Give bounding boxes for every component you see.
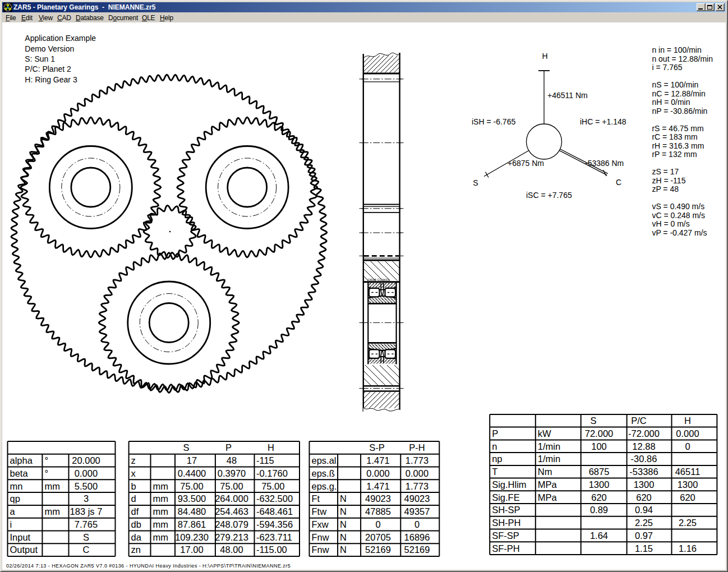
svg-text:0.4400: 0.4400 bbox=[178, 468, 206, 478]
svg-text:da: da bbox=[131, 532, 142, 542]
svg-text:02/26/2014 7:13 - HEXAGON ZA: 02/26/2014 7:13 - HEXAGON ZAR5 V7.0 #013… bbox=[6, 563, 291, 569]
svg-text:df: df bbox=[131, 506, 139, 516]
svg-text:1/min: 1/min bbox=[538, 441, 560, 451]
svg-text:alpha: alpha bbox=[10, 455, 33, 465]
svg-text:S: Sun 1: S: Sun 1 bbox=[25, 54, 55, 63]
svg-text:P-H: P-H bbox=[409, 442, 425, 453]
svg-text:n out = 12.88/min: n out = 12.88/min bbox=[652, 54, 713, 63]
svg-text:183 js 7: 183 js 7 bbox=[70, 506, 103, 516]
svg-text:beta: beta bbox=[10, 468, 29, 478]
svg-text:N: N bbox=[340, 506, 347, 516]
svg-text:Fnw: Fnw bbox=[312, 532, 329, 542]
svg-text:eps.g.: eps.g. bbox=[312, 481, 337, 491]
svg-text:2.25: 2.25 bbox=[679, 518, 697, 528]
svg-text:MPa: MPa bbox=[538, 479, 557, 490]
svg-text:S: S bbox=[590, 416, 596, 426]
svg-text:52169: 52169 bbox=[365, 545, 391, 555]
svg-text:-594.356: -594.356 bbox=[256, 519, 293, 529]
svg-text:0.000: 0.000 bbox=[366, 468, 389, 478]
svg-text:zH = -115: zH = -115 bbox=[652, 176, 685, 185]
svg-text:zn: zn bbox=[131, 545, 141, 555]
svg-text:nP = -30.86/min: nP = -30.86/min bbox=[652, 107, 707, 116]
svg-text:zP = 48: zP = 48 bbox=[652, 184, 679, 193]
svg-text:rP = 132 mm: rP = 132 mm bbox=[652, 150, 697, 159]
svg-text:SF-SP: SF-SP bbox=[492, 531, 519, 541]
svg-text:0: 0 bbox=[375, 519, 380, 529]
svg-text:0.97: 0.97 bbox=[635, 531, 653, 541]
svg-text:20.000: 20.000 bbox=[72, 455, 100, 465]
svg-text:iHC = +1.148: iHC = +1.148 bbox=[580, 117, 626, 126]
svg-text:°: ° bbox=[44, 455, 48, 465]
svg-text:-53386: -53386 bbox=[629, 467, 658, 477]
svg-text:1.15: 1.15 bbox=[635, 543, 653, 553]
svg-text:vH = 0 m/s: vH = 0 m/s bbox=[652, 219, 689, 228]
svg-text:SH-SP: SH-SP bbox=[492, 505, 520, 515]
svg-text:279.213: 279.213 bbox=[215, 532, 248, 542]
svg-text:mm: mm bbox=[153, 481, 169, 491]
svg-text:d: d bbox=[131, 493, 136, 504]
svg-text:+46511 Nm: +46511 Nm bbox=[547, 91, 588, 100]
svg-text:mn: mn bbox=[10, 481, 23, 491]
svg-text:0.3970: 0.3970 bbox=[218, 468, 246, 478]
svg-text:1.471: 1.471 bbox=[366, 455, 389, 465]
svg-text:0.89: 0.89 bbox=[590, 505, 608, 515]
svg-text:iSC = +7.765: iSC = +7.765 bbox=[526, 191, 572, 200]
svg-text:°: ° bbox=[44, 468, 48, 478]
svg-text:48: 48 bbox=[227, 455, 237, 465]
svg-text:Input: Input bbox=[10, 532, 31, 542]
svg-text:-115: -115 bbox=[256, 455, 274, 465]
svg-text:5.500: 5.500 bbox=[75, 481, 98, 491]
svg-text:620: 620 bbox=[591, 492, 607, 502]
svg-text:N: N bbox=[340, 493, 347, 504]
svg-text:100: 100 bbox=[591, 441, 607, 451]
svg-text:254.463: 254.463 bbox=[215, 506, 248, 516]
svg-text:eps.ß: eps.ß bbox=[312, 468, 335, 478]
svg-text:12.88: 12.88 bbox=[632, 441, 655, 451]
svg-text:93.500: 93.500 bbox=[178, 493, 206, 504]
svg-text:0: 0 bbox=[414, 519, 420, 529]
svg-text:-0.1760: -0.1760 bbox=[256, 468, 288, 478]
svg-text:SF-PH: SF-PH bbox=[492, 543, 520, 553]
svg-text:N: N bbox=[340, 545, 347, 555]
svg-text:eps.al.: eps.al. bbox=[312, 455, 339, 465]
svg-text:1300: 1300 bbox=[589, 479, 610, 490]
svg-text:nC = 12.88/min: nC = 12.88/min bbox=[652, 89, 705, 98]
svg-text:0.000: 0.000 bbox=[75, 468, 98, 478]
svg-text:Ftw: Ftw bbox=[312, 506, 327, 516]
svg-text:b: b bbox=[131, 481, 136, 491]
svg-text:2.25: 2.25 bbox=[635, 518, 653, 528]
svg-text:nH = 0/min: nH = 0/min bbox=[652, 98, 690, 107]
svg-text:620: 620 bbox=[636, 492, 652, 502]
svg-text:mm: mm bbox=[44, 481, 60, 491]
svg-text:vC = 0.248 m/s: vC = 0.248 m/s bbox=[652, 211, 705, 220]
svg-text:87.861: 87.861 bbox=[178, 519, 206, 529]
svg-text:0.000: 0.000 bbox=[676, 428, 699, 439]
svg-text:620: 620 bbox=[680, 492, 695, 502]
svg-text:75.00: 75.00 bbox=[261, 481, 284, 491]
svg-text:Ft: Ft bbox=[312, 493, 320, 504]
svg-text:db: db bbox=[131, 519, 141, 529]
svg-text:n in = 100/min: n in = 100/min bbox=[652, 45, 701, 54]
svg-text:0: 0 bbox=[685, 441, 690, 451]
svg-text:49357: 49357 bbox=[404, 506, 430, 516]
svg-text:75.00: 75.00 bbox=[180, 481, 203, 491]
svg-text:-53386 Nm: -53386 Nm bbox=[585, 159, 624, 168]
svg-text:a: a bbox=[10, 506, 16, 516]
svg-text:H: H bbox=[684, 416, 691, 426]
svg-text:S: S bbox=[183, 442, 189, 453]
svg-text:Nm: Nm bbox=[538, 467, 552, 477]
svg-text:6875: 6875 bbox=[589, 467, 610, 477]
svg-text:1.64: 1.64 bbox=[590, 531, 608, 541]
svg-text:zS = 17: zS = 17 bbox=[652, 167, 679, 176]
svg-text:49023: 49023 bbox=[365, 493, 391, 504]
svg-text:Demo Version: Demo Version bbox=[25, 44, 74, 53]
svg-text:0.94: 0.94 bbox=[635, 505, 653, 515]
svg-text:H: H bbox=[542, 52, 547, 61]
svg-text:N: N bbox=[340, 519, 347, 529]
svg-text:P: P bbox=[225, 442, 232, 453]
svg-text:Fxw: Fxw bbox=[312, 519, 329, 529]
svg-text:SH-PH: SH-PH bbox=[492, 518, 520, 528]
svg-text:i: i bbox=[10, 519, 12, 529]
svg-text:75.00: 75.00 bbox=[220, 481, 243, 491]
svg-text:1300: 1300 bbox=[634, 479, 655, 490]
